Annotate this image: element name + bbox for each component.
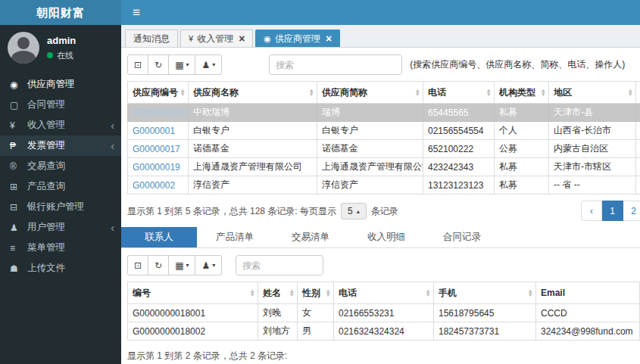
cell: 淳信资产 <box>317 176 423 194</box>
cell: 内蒙古自治区 <box>549 140 636 158</box>
col-supplier-id[interactable]: 供应商编号▲▼ <box>128 82 189 104</box>
table-row[interactable]: G0000002 淳信资产 淳信资产 13123123123 私募 -- 省 -… <box>128 176 640 194</box>
table-row[interactable]: G00000017 诺德基金 诺德基金 652100222 公募 内蒙古自治区 … <box>128 140 640 158</box>
col-label: 电话 <box>428 87 446 98</box>
supplier-id-link[interactable]: G00000019 <box>128 158 189 176</box>
pagination-page-1[interactable]: 1 <box>602 201 623 221</box>
tab-product-list[interactable]: 产品清单 <box>197 227 273 247</box>
hamburger-icon[interactable]: ≡ <box>121 0 151 25</box>
caret-up-icon: ▴ <box>357 208 360 215</box>
toggle-icon: ⊡ <box>134 260 142 271</box>
page-size-dropdown[interactable]: 5 ▴ <box>341 203 367 219</box>
table-row-selected[interactable]: G0000000018 中欧瑞博 瑞博 65445565 私募 天津市-县 a <box>128 104 640 122</box>
table-row[interactable]: G0000000018001 刘晚 女 02166553231 15618795… <box>128 304 640 322</box>
supplier-id-link[interactable]: G0000001 <box>128 122 189 140</box>
cell: 上海通晟资产管理有限公司 <box>317 158 423 176</box>
close-icon[interactable]: × <box>326 33 332 44</box>
cell: 诺德基金 <box>189 140 317 158</box>
tab-notifications[interactable]: 通知消息 <box>125 30 178 47</box>
supplier-table: 供应商编号▲▼ 供应商名称▲▼ 供应商简称▲▼ 电话▲▼ 机构类型▲▼ 地区▲▼… <box>127 81 640 194</box>
col-gender[interactable]: 性别▲▼ <box>298 282 334 304</box>
tab-transaction-list[interactable]: 交易清单 <box>273 227 348 247</box>
col-name[interactable]: 姓名▲▼ <box>258 282 298 304</box>
page-size-value: 5 <box>348 206 353 216</box>
contact-panel: 联系人 产品清单 交易清单 收入明细 合同记录 ⊡ ↻ ▦ ▾ <box>121 227 640 362</box>
refresh-button[interactable]: ↻ <box>148 54 169 75</box>
columns-grid-icon: ▦ <box>175 260 183 271</box>
cell: a <box>636 176 640 194</box>
col-mobile[interactable]: 手机▲▼ <box>434 282 536 304</box>
col-label: 供应商编号 <box>133 87 178 98</box>
supplier-id-link[interactable]: G00000017 <box>128 140 189 158</box>
sidebar-item-income-mgmt[interactable]: ¥ 收入管理 ‹ <box>0 115 121 135</box>
chevron-left-icon: ‹ <box>111 120 114 131</box>
export-dropdown-button[interactable]: ♟ ▾ <box>195 255 222 275</box>
toggle-pagination-button[interactable]: ⊡ <box>127 54 148 75</box>
cell: 私募 <box>495 176 549 194</box>
sort-icon: ▲▼ <box>415 89 420 96</box>
col-email[interactable]: Email <box>536 282 640 304</box>
columns-dropdown-button[interactable]: ▦ ▾ <box>169 255 195 275</box>
cell: -- 省 -- <box>549 176 636 194</box>
sidebar-item-bank-account-mgmt[interactable]: ⊟ 银行账户管理 <box>0 197 121 217</box>
registered-icon: ® <box>10 161 27 172</box>
table-row[interactable]: G00000019 上海通晟资产管理有限公司 上海通晟资产管理有限公司 4232… <box>128 158 640 176</box>
col-contact-id[interactable]: 编号▲▼ <box>128 282 258 304</box>
cell: 刘晚 <box>258 304 298 322</box>
columns-dropdown-button[interactable]: ▦ ▾ <box>169 54 195 75</box>
tab-contract-records[interactable]: 合同记录 <box>424 227 500 247</box>
col-supplier-short-name[interactable]: 供应商简称▲▼ <box>317 82 423 104</box>
chevron-left-icon: ‹ <box>111 222 114 233</box>
sort-icon: ▲▼ <box>541 89 546 96</box>
sort-icon: ▲▼ <box>426 289 431 297</box>
supplier-panel: ⊡ ↻ ▦ ▾ ♟ ▾ (搜索供应商编号、供应商名称、简称、电话、操作人) <box>121 54 640 222</box>
sidebar-item-menu-mgmt[interactable]: ≡ 菜单管理 <box>0 238 121 258</box>
pagination-prev-button[interactable]: ‹ <box>581 201 602 221</box>
sidebar-item-invoice-mgmt[interactable]: ₱ 发票管理 ‹ <box>0 135 121 156</box>
supplier-id-link[interactable]: G0000002 <box>128 176 189 194</box>
record-summary: 显示第 1 到第 5 条记录，总共 128 条记录: 每页显示 5 ▴ 条记录 <box>127 201 634 219</box>
table-header-row: 编号▲▼ 姓名▲▼ 性别▲▼ 电话▲▼ 手机▲▼ Email <box>128 282 640 304</box>
sidebar-item-user-mgmt[interactable]: ♟ 用户管理 ‹ <box>0 217 121 238</box>
supplier-id-link[interactable]: G0000000018 <box>128 104 189 122</box>
col-operator[interactable]: 操作人 <box>636 82 640 104</box>
supplier-search-input[interactable] <box>269 54 402 75</box>
cell: 山西省-长治市 <box>549 122 636 140</box>
sidebar-item-product-query[interactable]: ⊞ 产品查询 <box>0 176 121 197</box>
table-row[interactable]: G0000001 白银专户 白银专户 02156554554 个人 山西省-长治… <box>128 122 640 140</box>
refresh-button[interactable]: ↻ <box>148 255 169 275</box>
toolbar-button-group: ⊡ ↻ ▦ ▾ ♟ ▾ <box>127 255 222 275</box>
sidebar-item-supplier-mgmt[interactable]: ◉ 供应商管理 <box>0 74 121 95</box>
sort-icon: ▲▼ <box>250 289 255 297</box>
detail-tab-bar: 联系人 产品清单 交易清单 收入明细 合同记录 <box>121 227 640 248</box>
col-phone[interactable]: 电话▲▼ <box>423 82 495 104</box>
toolbar-button-group: ⊡ ↻ ▦ ▾ ♟ ▾ <box>127 54 222 75</box>
brand-logo[interactable]: 朝阳财富 <box>0 0 121 25</box>
export-icon: ♟ <box>201 260 210 271</box>
supplier-circle-icon: ◉ <box>10 79 27 90</box>
col-label: Email <box>541 288 565 298</box>
tab-supplier-mgmt[interactable]: ◉ 供应商管理 × <box>255 30 340 47</box>
user-status[interactable]: 在线 <box>47 50 76 61</box>
sidebar-item-transaction-query[interactable]: ® 交易查询 <box>0 156 121 176</box>
table-row[interactable]: G0000000018002 刘地方 男 0216324324324 18245… <box>128 322 640 341</box>
tab-contacts[interactable]: 联系人 <box>121 227 197 247</box>
col-label: 供应商简称 <box>322 87 367 98</box>
col-region[interactable]: 地区▲▼ <box>549 82 636 104</box>
pagination-page-2[interactable]: 2 <box>623 201 640 221</box>
col-institution-type[interactable]: 机构类型▲▼ <box>495 82 549 104</box>
col-phone[interactable]: 电话▲▼ <box>334 282 434 304</box>
avatar-body-shape <box>11 51 36 64</box>
export-dropdown-button[interactable]: ♟ ▾ <box>195 54 222 75</box>
col-supplier-name[interactable]: 供应商名称▲▼ <box>189 82 317 104</box>
chevron-left-icon: ‹ <box>590 206 593 216</box>
toggle-pagination-button[interactable]: ⊡ <box>127 255 148 275</box>
tab-income-mgmt[interactable]: ¥ 收入管理 × <box>180 30 253 47</box>
tab-income-detail[interactable]: 收入明细 <box>348 227 424 247</box>
contact-search-input[interactable] <box>236 255 323 275</box>
contract-icon: ▢ <box>10 100 27 110</box>
sidebar-item-contract-mgmt[interactable]: ▢ 合同管理 <box>0 95 121 115</box>
close-icon[interactable]: × <box>239 33 245 44</box>
contact-record-summary: 显示第 1 到第 2 条记录，总共 2 条记录: <box>127 350 634 362</box>
sidebar-item-upload-file[interactable]: ☗ 上传文件 <box>0 258 121 278</box>
